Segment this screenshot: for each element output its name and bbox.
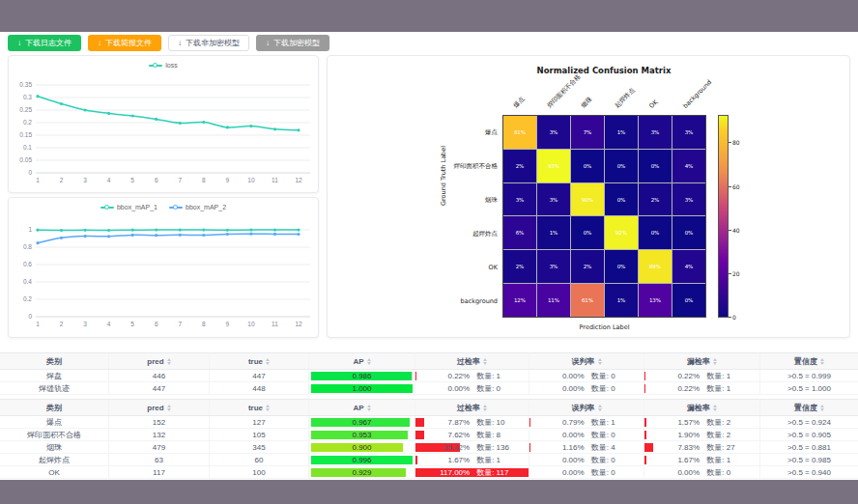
cell-confidence: >0.5 = 0.940	[760, 466, 858, 478]
sort-caret-icon[interactable]	[713, 405, 717, 411]
table-row: 起焊炸点63600.9961.67%数量: 10.00%数量: 01.67%数量…	[0, 454, 858, 466]
cell-ap: 1.000	[309, 382, 415, 394]
matrix-column-labels: 爆点焊印面积不合格烟珠起焊炸点OKbackground	[502, 56, 754, 112]
column-header-漏检率[interactable]: 漏检率	[644, 353, 760, 369]
svg-text:8: 8	[202, 177, 206, 183]
column-header-误判率[interactable]: 误判率	[529, 353, 644, 369]
cell-confidence: >0.5 = 0.881	[760, 441, 858, 453]
matrix-row-label: OK	[328, 264, 498, 271]
matrix-column-label: 焊印面积不合格	[546, 72, 584, 110]
cell-name: 起焊炸点	[0, 454, 109, 465]
svg-text:4: 4	[107, 177, 111, 183]
matrix-column-label: OK	[647, 98, 659, 110]
column-header-pred[interactable]: pred	[109, 400, 210, 415]
svg-text:3: 3	[83, 177, 87, 183]
svg-text:11: 11	[272, 177, 278, 183]
column-header-置信度[interactable]: 置信度	[760, 400, 858, 415]
column-header-过检率[interactable]: 过检率	[415, 400, 529, 415]
matrix-y-axis-label: Ground Truth Label	[440, 146, 447, 206]
colorbar-tick-label: 40	[732, 227, 740, 234]
download-log-button[interactable]: ↓ 下载日志文件	[8, 35, 81, 51]
svg-text:3: 3	[83, 321, 87, 327]
svg-text:0.6: 0.6	[23, 261, 32, 267]
column-header-误判率[interactable]: 误判率	[529, 400, 644, 415]
sort-caret-icon[interactable]	[367, 358, 371, 365]
cell-true: 100	[210, 466, 309, 478]
svg-text:10: 10	[247, 321, 255, 327]
svg-text:0.2: 0.2	[23, 295, 32, 302]
matrix-cell: 2%	[639, 183, 672, 216]
sort-caret-icon[interactable]	[367, 405, 371, 411]
svg-text:0.4: 0.4	[23, 278, 32, 285]
column-header-AP[interactable]: AP	[309, 353, 415, 369]
matrix-cell: 81%	[503, 116, 536, 149]
svg-text:7: 7	[178, 177, 182, 183]
download-plain-model-button[interactable]: ↓ 下载非加密模型	[168, 35, 249, 51]
table-row: 烟珠4793450.90039.42%数量: 1361.16%数量: 47.83…	[0, 441, 858, 454]
matrix-cell: 0%	[672, 216, 705, 249]
column-header-true[interactable]: true	[210, 400, 309, 415]
cell-name: 焊缝轨迹	[0, 382, 109, 394]
colorbar	[718, 115, 729, 318]
cell-mis: 0.00%数量: 0	[529, 429, 644, 440]
svg-text:1: 1	[36, 321, 40, 327]
matrix-x-axis-label: Prediction Label	[502, 323, 706, 331]
matrix-cell: 3%	[639, 116, 672, 149]
svg-text:10: 10	[247, 177, 255, 183]
cell-name: 焊盘	[0, 370, 109, 381]
matrix-cell: 3%	[672, 116, 705, 149]
download-brief-button[interactable]: ↓ 下载简报文件	[88, 35, 161, 51]
svg-text:5: 5	[130, 177, 134, 183]
sort-caret-icon[interactable]	[266, 405, 270, 411]
column-header-true[interactable]: true	[210, 353, 309, 369]
column-header-pred[interactable]: pred	[109, 353, 210, 369]
cell-over: 1.67%数量: 1	[415, 454, 529, 465]
cell-miss: 0.22%数量: 1	[644, 382, 760, 394]
cell-confidence: >0.5 = 0.924	[760, 416, 858, 428]
matrix-cell: 3%	[537, 183, 570, 216]
column-header-AP[interactable]: AP	[309, 400, 415, 415]
matrix-cell: 11%	[537, 284, 570, 317]
cell-mis: 1.16%数量: 4	[529, 441, 644, 453]
svg-text:0.25: 0.25	[19, 106, 32, 113]
matrix-cell: 90%	[571, 183, 604, 216]
confusion-matrix-card: Normalized Confusion Matrix 爆点焊印面积不合格烟珠起…	[327, 55, 850, 338]
cell-over: 7.62%数量: 8	[415, 429, 529, 440]
download-toolbar: ↓ 下载日志文件 ↓ 下载简报文件 ↓ 下载非加密模型 ↓ 下载加密模型	[8, 35, 329, 51]
column-header-置信度[interactable]: 置信度	[760, 353, 858, 369]
sort-caret-icon[interactable]	[483, 358, 487, 365]
svg-text:12: 12	[295, 321, 302, 327]
matrix-cell: 89%	[639, 250, 672, 283]
cell-miss: 7.83%数量: 27	[644, 441, 760, 453]
matrix-cell: 0%	[672, 284, 705, 317]
sort-caret-icon[interactable]	[167, 405, 171, 411]
svg-text:0.15: 0.15	[19, 131, 32, 138]
svg-text:0.3: 0.3	[23, 94, 32, 100]
column-header-过检率[interactable]: 过检率	[415, 353, 529, 369]
loss-line-chart: 00.050.10.150.20.250.30.3512345678910111…	[9, 56, 320, 194]
sort-caret-icon[interactable]	[820, 358, 824, 365]
summary-table-welds: 类别predtrueAP过检率误判率漏检率置信度焊盘4464470.9860.2…	[0, 352, 858, 395]
cell-mis: 0.79%数量: 1	[529, 416, 644, 428]
svg-text:9: 9	[226, 321, 230, 327]
sort-caret-icon[interactable]	[820, 405, 824, 411]
sort-caret-icon[interactable]	[167, 358, 171, 365]
matrix-column-label: 爆点	[512, 95, 528, 110]
svg-text:2: 2	[60, 177, 64, 183]
download-encrypted-model-button[interactable]: ↓ 下载加密模型	[256, 35, 329, 51]
sort-caret-icon[interactable]	[483, 405, 487, 411]
column-header-漏检率[interactable]: 漏检率	[644, 400, 760, 415]
sort-caret-icon[interactable]	[598, 358, 602, 365]
table-header-row: 类别predtrueAP过检率误判率漏检率置信度	[0, 352, 858, 370]
map-chart-card: bbox_mAP_1 bbox_mAP_2 00.20.40.60.811234…	[8, 197, 319, 338]
sort-caret-icon[interactable]	[598, 405, 602, 411]
matrix-cell: 3%	[537, 116, 570, 149]
svg-text:9: 9	[226, 177, 230, 183]
svg-text:5: 5	[130, 321, 134, 327]
sort-caret-icon[interactable]	[713, 358, 717, 365]
download-encrypted-model-label: 下载加密模型	[273, 38, 320, 48]
matrix-cell: 0%	[639, 150, 672, 182]
matrix-cell: 93%	[537, 150, 570, 182]
loss-chart-card: loss 00.050.10.150.20.250.30.35123456789…	[8, 55, 319, 193]
sort-caret-icon[interactable]	[266, 358, 270, 365]
